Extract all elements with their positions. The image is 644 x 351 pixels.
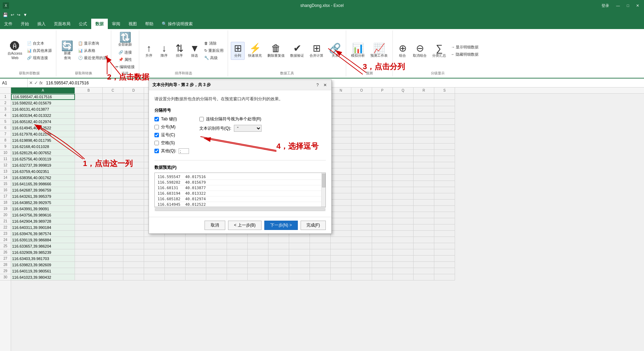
cell-S1[interactable] (434, 94, 455, 100)
cell-B30[interactable] (75, 274, 103, 280)
cell-N22[interactable] (331, 224, 351, 231)
cell-R17[interactable] (414, 193, 434, 200)
cell-R3[interactable] (414, 106, 434, 112)
cell-B17[interactable] (75, 193, 103, 200)
cell-B22[interactable] (75, 224, 103, 231)
cell-B16[interactable] (75, 187, 103, 193)
cell-L28[interactable] (289, 262, 310, 268)
cell-R30[interactable] (414, 274, 434, 280)
cell-S22[interactable] (434, 224, 455, 231)
ungroup-btn[interactable]: ⊖ 取消组合 (411, 42, 429, 59)
cell-N25[interactable] (331, 243, 351, 249)
conn-btn[interactable]: 🔗 连接 (117, 49, 133, 56)
cell-S11[interactable] (434, 156, 455, 162)
cell-N24[interactable] (331, 237, 351, 243)
subtotal-btn[interactable]: ∑ 分类汇总 (430, 42, 448, 59)
cell-N26[interactable] (331, 249, 351, 256)
cell-A19[interactable]: 116.643991,39.99091 (11, 206, 75, 212)
cell-A21[interactable]: 116.642904,39.989728 (11, 218, 75, 224)
cell-S30[interactable] (434, 274, 455, 280)
cell-N27[interactable] (331, 256, 351, 262)
cell-R23[interactable] (414, 231, 434, 237)
cell-D20[interactable] (123, 212, 144, 218)
cell-N14[interactable] (331, 175, 351, 181)
cell-A22[interactable]: 116.640311,39.990184 (11, 224, 75, 231)
cell-R12[interactable] (414, 162, 434, 168)
cell-A11[interactable]: 116.625756,40.003119 (11, 156, 75, 162)
what-if-btn[interactable]: 📊 模拟分析 (349, 42, 367, 59)
cell-D24[interactable] (123, 237, 144, 243)
cell-P30[interactable] (372, 274, 393, 280)
cell-O23[interactable] (351, 231, 372, 237)
cell-B18[interactable] (75, 200, 103, 206)
cell-P27[interactable] (372, 256, 393, 262)
cell-C1[interactable] (103, 94, 123, 100)
cell-M27[interactable] (310, 256, 331, 262)
cell-Q23[interactable] (393, 231, 414, 237)
cell-I27[interactable] (227, 256, 248, 262)
from-table-btn[interactable]: 📊 从表格 (77, 47, 108, 54)
comma-delimiter-checkbox[interactable] (154, 133, 159, 137)
cell-S27[interactable] (434, 256, 455, 262)
next-step-button[interactable]: 下一步(N) > (264, 221, 298, 230)
cell-P10[interactable] (372, 150, 393, 156)
text-btn[interactable]: 📄自文本 (26, 40, 53, 47)
merge-calc-btn[interactable]: ⊞ 合并计算 (307, 42, 325, 59)
cell-I25[interactable] (227, 243, 248, 249)
cell-N18[interactable] (331, 200, 351, 206)
cell-I28[interactable] (227, 262, 248, 268)
cell-N3[interactable] (331, 106, 351, 112)
cell-N29[interactable] (331, 268, 351, 274)
cell-J29[interactable] (248, 268, 268, 274)
cell-K24[interactable] (268, 237, 289, 243)
cell-B8[interactable] (75, 137, 103, 144)
cell-O10[interactable] (351, 150, 372, 156)
cell-E28[interactable] (144, 262, 165, 268)
cell-O4[interactable] (351, 112, 372, 119)
cell-O3[interactable] (351, 106, 372, 112)
cell-H29[interactable] (206, 268, 227, 274)
cell-D3[interactable] (123, 106, 144, 112)
tab-file[interactable]: 文件 (0, 19, 17, 29)
cell-C4[interactable] (103, 112, 123, 119)
cell-R19[interactable] (414, 206, 434, 212)
cell-D28[interactable] (123, 262, 144, 268)
cell-G25[interactable] (186, 243, 206, 249)
cell-O26[interactable] (351, 249, 372, 256)
cell-J30[interactable] (248, 274, 268, 280)
cell-Q3[interactable] (393, 106, 414, 112)
login-button[interactable]: 登录 (599, 2, 611, 9)
col-header-P[interactable]: P (372, 87, 393, 93)
cell-O17[interactable] (351, 193, 372, 200)
cell-S12[interactable] (434, 162, 455, 168)
cell-A2[interactable]: 116.598202,40.015679 (11, 100, 75, 106)
cell-N28[interactable] (331, 262, 351, 268)
clear-btn[interactable]: 🗑 清除 (203, 40, 225, 47)
cell-D12[interactable] (123, 162, 144, 168)
cell-B15[interactable] (75, 181, 103, 187)
cell-D19[interactable] (123, 206, 144, 212)
cell-S19[interactable] (434, 206, 455, 212)
cell-O27[interactable] (351, 256, 372, 262)
cell-A3[interactable]: 116.60131,40.013877 (11, 106, 75, 112)
cell-C23[interactable] (103, 231, 123, 237)
cell-C22[interactable] (103, 224, 123, 231)
cell-Q19[interactable] (393, 206, 414, 212)
new-query-btn[interactable]: 🔄 新建 查询 (59, 40, 75, 62)
cell-G24[interactable] (186, 237, 206, 243)
cell-R7[interactable] (414, 131, 434, 137)
col-header-R[interactable]: R (414, 87, 434, 93)
cell-B12[interactable] (75, 162, 103, 168)
consecutive-delimiter-checkbox[interactable] (199, 117, 204, 121)
cell-S23[interactable] (434, 231, 455, 237)
col-header-O[interactable]: O (351, 87, 372, 93)
cell-A17[interactable]: 116.643261,39.995379 (11, 193, 75, 200)
cell-C15[interactable] (103, 181, 123, 187)
cell-P17[interactable] (372, 193, 393, 200)
cell-P26[interactable] (372, 249, 393, 256)
space-delimiter-checkbox[interactable] (154, 141, 159, 145)
tab-home[interactable]: 开始 (17, 19, 33, 29)
cell-J27[interactable] (248, 256, 268, 262)
cell-J25[interactable] (248, 243, 268, 249)
cell-Q6[interactable] (393, 125, 414, 131)
